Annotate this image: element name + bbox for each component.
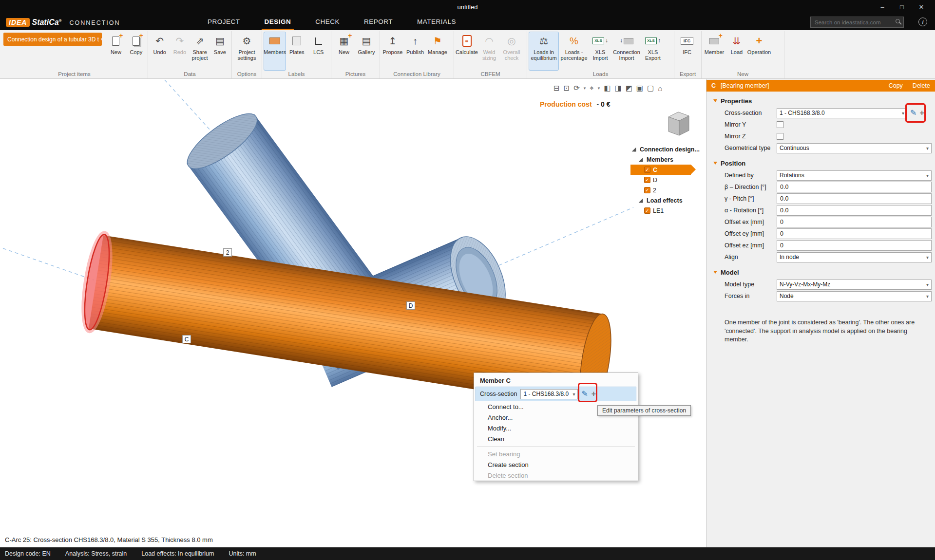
loads-equilibrium-toggle[interactable]: ⚖ Loads in equilibrium — [529, 32, 559, 71]
minimize-button[interactable]: – — [873, 0, 892, 14]
checkbox-checked-icon[interactable]: ✓ — [644, 167, 650, 173]
publish-button[interactable]: ↑ Publish — [404, 32, 426, 71]
select-caret-icon[interactable]: ▾ — [598, 86, 600, 91]
gamma-pitch-input[interactable] — [777, 193, 932, 204]
clip-z-icon[interactable]: ◩ — [626, 84, 632, 93]
close-button[interactable]: ✕ — [912, 0, 931, 14]
home-view-icon[interactable]: ⌂ — [658, 84, 662, 93]
weld-sizing-button[interactable]: ◠ Weld sizing — [478, 32, 500, 71]
solid-view-icon[interactable]: ▣ — [636, 84, 643, 93]
offset-ez-input[interactable] — [777, 240, 932, 251]
beta-direction-input[interactable] — [777, 182, 932, 192]
tree-item-member-c[interactable]: ✓ C — [630, 165, 691, 175]
ribbon-group-pictures: ▦+ New ▤ Gallery Pictures — [331, 31, 380, 78]
panel-copy-button[interactable]: Copy — [889, 82, 903, 89]
copy-project-button[interactable]: + Copy — [126, 32, 146, 71]
tab-check[interactable]: CHECK — [312, 14, 343, 30]
xls-import-button[interactable]: XLS↓ XLS Import — [589, 32, 611, 71]
xls-export-button[interactable]: XLS↑ XLS Export — [642, 32, 664, 71]
undo-button[interactable]: ↶ Undo — [150, 32, 170, 71]
rotate-caret-icon[interactable]: ▾ — [584, 86, 586, 91]
tree-members-group[interactable]: Members — [630, 154, 705, 165]
menu-item-modify[interactable]: Modify... — [474, 423, 638, 433]
mirror-y-checkbox[interactable] — [777, 121, 783, 128]
context-cross-section-row[interactable]: Cross-section 1 - CHS168.3/8.0 ▾ ✎ + — [476, 387, 636, 401]
panel-delete-button[interactable]: Delete — [913, 82, 930, 89]
section-model[interactable]: Model — [706, 266, 935, 279]
expander-icon[interactable] — [639, 157, 643, 162]
section-properties[interactable]: Properties — [706, 94, 935, 107]
section-position[interactable]: Position — [706, 157, 935, 169]
tree-load-effects-group[interactable]: Load effects — [630, 195, 705, 205]
checkbox-checked-icon[interactable]: ✓ — [644, 187, 650, 193]
tab-report[interactable]: REPORT — [361, 14, 396, 30]
expander-icon[interactable] — [632, 147, 636, 151]
context-cross-section-dropdown[interactable]: 1 - CHS168.3/8.0 ▾ — [520, 389, 578, 399]
info-icon[interactable]: i — [918, 18, 927, 26]
3d-viewport[interactable]: 2 D C Production cost - 0 € ⊟ ⊡ ⟳ ▾ ⌖ ▾ … — [0, 79, 706, 547]
select-mode-icon[interactable]: ⌖ — [590, 84, 593, 93]
tab-materials[interactable]: MATERIALS — [414, 14, 459, 30]
expander-icon[interactable] — [639, 198, 643, 203]
checkbox-checked-icon[interactable]: ✓ — [644, 177, 650, 183]
mirror-z-checkbox[interactable] — [777, 133, 783, 140]
tree-item-member-2[interactable]: ✓ 2 — [630, 185, 705, 195]
clip-x-icon[interactable]: ◧ — [604, 84, 611, 93]
tab-project[interactable]: PROJECT — [205, 14, 243, 30]
model-type-dropdown[interactable]: N-Vy-Vz-Mx-My-Mz ▾ — [777, 280, 932, 290]
member-label-2[interactable]: 2 — [223, 248, 232, 257]
ifc-export-button[interactable]: IFC IFC — [676, 32, 698, 71]
menu-item-clean[interactable]: Clean — [474, 433, 638, 444]
alpha-rotation-input[interactable] — [777, 205, 932, 216]
checkbox-checked-icon[interactable]: ✓ — [644, 207, 650, 214]
nav-cube[interactable] — [661, 108, 695, 142]
menu-item-set-bearing[interactable]: Set bearing — [474, 448, 638, 459]
menu-item-delete-section[interactable]: Delete section — [474, 470, 638, 481]
calculate-button[interactable]: = Calculate — [456, 32, 478, 71]
tree-root[interactable]: Connection design... — [630, 144, 705, 154]
clip-y-icon[interactable]: ◨ — [614, 84, 621, 93]
defined-by-dropdown[interactable]: Rotations ▾ — [777, 170, 932, 181]
project-settings-button[interactable]: ⚙ Project settings — [233, 32, 260, 71]
manage-button[interactable]: ⚑ Manage — [426, 32, 449, 71]
new-operation-button[interactable]: + Operation — [748, 32, 770, 71]
new-load-button[interactable]: ⇊ Load — [725, 32, 748, 71]
new-member-button[interactable]: + Member — [703, 32, 725, 71]
geometrical-type-dropdown[interactable]: Continuous ▾ — [777, 143, 932, 153]
share-project-button[interactable]: ⇗ Share project — [190, 32, 210, 71]
new-picture-button[interactable]: ▦+ New — [333, 32, 355, 71]
ribbon-group-export: IFC IFC Export — [674, 31, 702, 78]
align-dropdown[interactable]: In node ▾ — [777, 252, 932, 262]
new-project-button[interactable]: + New — [106, 32, 126, 71]
labels-members-toggle[interactable]: Members — [264, 32, 286, 71]
tab-design[interactable]: DESIGN — [262, 14, 294, 30]
rotate-view-icon[interactable]: ⟳ — [573, 84, 580, 93]
menu-item-create-section[interactable]: Create section — [474, 459, 638, 470]
chevron-down-icon — [713, 162, 717, 165]
member-label-d[interactable]: D — [406, 301, 415, 310]
redo-button[interactable]: ↷ Redo — [170, 32, 190, 71]
search-input[interactable] — [810, 17, 904, 28]
propose-button[interactable]: ↥ Propose — [382, 32, 404, 71]
flag-icon: ⚑ — [433, 34, 442, 48]
offset-ey-input[interactable] — [777, 228, 932, 239]
project-selector[interactable]: Connection design of a tubular 3D t ▾ — [3, 33, 102, 46]
member-label-c[interactable]: C — [182, 335, 191, 343]
measure-icon[interactable]: ⊟ — [553, 84, 560, 93]
ribbon-group-project-items: Connection design of a tubular 3D t ▾ + … — [1, 31, 148, 78]
connection-import-button[interactable]: ↓ Connection Import — [611, 32, 642, 71]
wireframe-view-icon[interactable]: ▢ — [647, 84, 654, 93]
cross-section-dropdown[interactable]: 1 - CHS168.3/8.0 ▾ — [777, 108, 907, 118]
gallery-button[interactable]: ▤ Gallery — [355, 32, 378, 71]
tree-item-le1[interactable]: ✓ LE1 — [630, 205, 705, 216]
labels-plates-toggle[interactable]: Plates — [286, 32, 308, 71]
zoom-extents-icon[interactable]: ⊡ — [564, 84, 570, 93]
offset-ex-input[interactable] — [777, 217, 932, 227]
forces-in-dropdown[interactable]: Node ▾ — [777, 291, 932, 301]
labels-lcs-toggle[interactable]: LCS — [308, 32, 330, 71]
loads-percentage-button[interactable]: % Loads - percentage — [559, 32, 589, 71]
save-button[interactable]: ▤ Save — [210, 32, 230, 71]
tree-item-member-d[interactable]: ✓ D — [630, 175, 705, 185]
maximize-button[interactable]: □ — [892, 0, 912, 14]
overall-check-button[interactable]: ◎ Overall check — [500, 32, 523, 71]
